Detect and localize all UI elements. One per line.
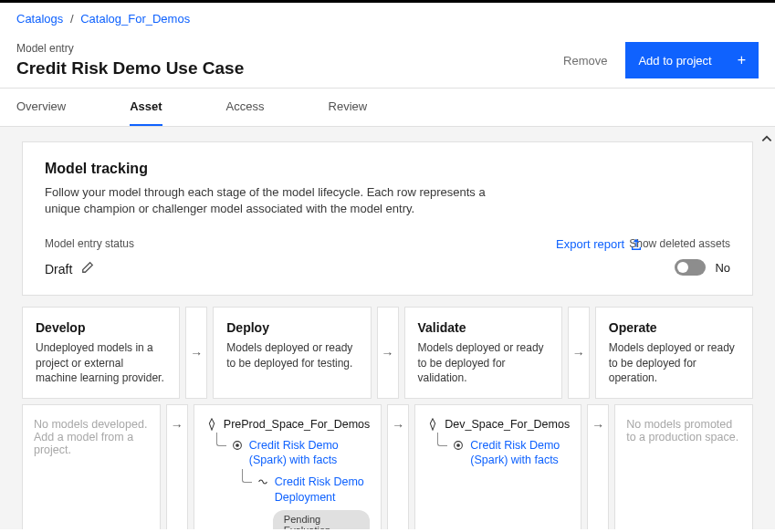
page-header: Model entry Credit Risk Demo Use Case Re… bbox=[0, 29, 775, 89]
add-to-project-button[interactable]: Add to project + bbox=[625, 42, 759, 78]
breadcrumb-current[interactable]: Catalog_For_Demos bbox=[80, 12, 190, 26]
header-label: Model entry bbox=[16, 42, 244, 55]
arrow-right-icon: → bbox=[171, 418, 183, 433]
panel-desc: Follow your model through each stage of … bbox=[45, 184, 519, 217]
arrow-cell: → bbox=[166, 404, 188, 529]
scroll-up-icon[interactable] bbox=[760, 132, 773, 148]
tab-review[interactable]: Review bbox=[329, 89, 368, 126]
arrow-cell: → bbox=[587, 404, 609, 529]
lifecycle-stages: Develop Undeployed models in a project o… bbox=[22, 307, 753, 529]
export-icon bbox=[630, 238, 643, 251]
arrow-cell: → bbox=[377, 307, 399, 399]
svg-point-3 bbox=[457, 444, 460, 447]
model-icon bbox=[452, 439, 465, 454]
arrow-cell: → bbox=[185, 307, 207, 399]
add-to-project-label: Add to project bbox=[638, 54, 711, 68]
stage-title: Develop bbox=[36, 320, 166, 335]
model-tracking-panel: Model tracking Follow your model through… bbox=[22, 141, 753, 296]
stage-desc: Models deployed or ready to be deployed … bbox=[226, 340, 357, 370]
edit-icon[interactable] bbox=[81, 261, 94, 276]
export-report-label: Export report bbox=[556, 237, 624, 251]
stage-title: Validate bbox=[418, 320, 549, 335]
deployment-icon bbox=[257, 475, 269, 491]
status-label: Model entry status bbox=[45, 237, 134, 250]
tab-asset[interactable]: Asset bbox=[130, 89, 162, 126]
space-icon bbox=[426, 418, 439, 431]
arrow-right-icon: → bbox=[592, 418, 604, 433]
stage-head-develop: Develop Undeployed models in a project o… bbox=[22, 307, 180, 399]
tab-bar: Overview Asset Access Review bbox=[0, 89, 775, 127]
arrow-right-icon: → bbox=[572, 346, 585, 360]
validate-model-link[interactable]: Credit Risk Demo (Spark) with facts bbox=[470, 438, 570, 468]
stage-body-deploy: PreProd_Space_For_Demos Credit Risk Demo… bbox=[194, 404, 382, 529]
main-canvas: Model tracking Follow your model through… bbox=[0, 127, 775, 529]
validate-space-name: Dev_Space_For_Demos bbox=[445, 418, 570, 431]
svg-point-1 bbox=[236, 444, 239, 447]
operate-empty-text: No models promoted to a production space… bbox=[626, 418, 738, 443]
show-deleted-toggle[interactable] bbox=[675, 259, 706, 276]
deploy-deployment-link[interactable]: Credit Risk Demo Deployment bbox=[275, 475, 371, 505]
stage-body-validate: Dev_Space_For_Demos Credit Risk Demo (Sp… bbox=[414, 404, 581, 529]
toggle-value: No bbox=[715, 261, 730, 275]
breadcrumb-sep: / bbox=[70, 12, 74, 26]
breadcrumb: Catalogs / Catalog_For_Demos bbox=[0, 3, 775, 29]
stage-title: Operate bbox=[609, 320, 739, 335]
tab-overview[interactable]: Overview bbox=[16, 89, 66, 126]
arrow-right-icon: → bbox=[382, 346, 394, 360]
export-report-link[interactable]: Export report bbox=[556, 237, 643, 251]
plus-icon: + bbox=[738, 53, 746, 68]
status-value: Draft bbox=[45, 262, 72, 276]
page-title: Credit Risk Demo Use Case bbox=[16, 58, 244, 78]
arrow-cell: → bbox=[568, 307, 590, 399]
arrow-right-icon: → bbox=[190, 346, 203, 360]
arrow-right-icon: → bbox=[392, 418, 404, 433]
deploy-space-name: PreProd_Space_For_Demos bbox=[224, 418, 371, 431]
stage-desc: Models deployed or ready to be deployed … bbox=[418, 340, 549, 385]
stage-head-validate: Validate Models deployed or ready to be … bbox=[404, 307, 562, 399]
stage-desc: Undeployed models in a project or extern… bbox=[36, 340, 166, 385]
stage-title: Deploy bbox=[226, 320, 357, 335]
tab-access[interactable]: Access bbox=[226, 89, 265, 126]
status-badge: Pending Evaluation bbox=[273, 510, 371, 529]
develop-empty-text: No models developed. Add a model from a … bbox=[34, 418, 147, 456]
stage-head-deploy: Deploy Models deployed or ready to be de… bbox=[213, 307, 371, 399]
remove-button[interactable]: Remove bbox=[558, 45, 613, 77]
model-icon bbox=[231, 439, 244, 454]
breadcrumb-root[interactable]: Catalogs bbox=[16, 12, 63, 26]
space-icon bbox=[205, 418, 218, 431]
arrow-cell: → bbox=[387, 404, 409, 529]
stage-desc: Models deployed or ready to be deployed … bbox=[609, 340, 739, 385]
show-deleted-label: Show deleted assets bbox=[629, 237, 730, 250]
stage-body-operate: No models promoted to a production space… bbox=[614, 404, 753, 529]
stage-head-operate: Operate Models deployed or ready to be d… bbox=[595, 307, 753, 399]
stage-body-develop: No models developed. Add a model from a … bbox=[22, 404, 161, 529]
deploy-model-link[interactable]: Credit Risk Demo (Spark) with facts bbox=[249, 438, 371, 468]
panel-title: Model tracking bbox=[45, 161, 730, 177]
